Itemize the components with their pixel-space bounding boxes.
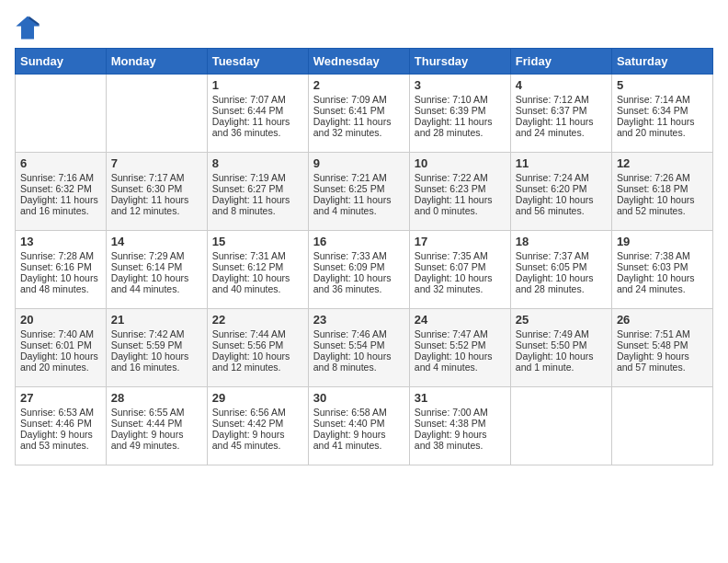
day-number: 7 [111, 156, 202, 170]
cell-text-line: Sunrise: 7:46 AM [313, 328, 404, 339]
day-number: 4 [516, 78, 607, 92]
cell-text-line: Sunset: 6:20 PM [516, 183, 607, 194]
logo-icon [15, 15, 40, 40]
day-number: 22 [212, 313, 303, 327]
cell-text-line: Sunrise: 7:37 AM [516, 250, 607, 261]
cell-text-line: Sunrise: 7:12 AM [516, 94, 607, 105]
cell-text-line: Sunset: 5:54 PM [313, 339, 404, 350]
day-number: 25 [516, 313, 607, 327]
day-number: 14 [111, 235, 202, 248]
cell-text-line: Sunset: 6:30 PM [111, 183, 202, 194]
cell-text-line: Sunrise: 7:19 AM [212, 172, 303, 183]
calendar-cell: 3Sunrise: 7:10 AMSunset: 6:39 PMDaylight… [409, 75, 510, 153]
cell-text-line: Sunrise: 7:33 AM [313, 250, 404, 261]
calendar-cell: 16Sunrise: 7:33 AMSunset: 6:09 PMDayligh… [308, 231, 409, 309]
cell-text-line: Sunset: 6:03 PM [617, 261, 708, 272]
day-number: 26 [617, 313, 708, 327]
calendar-cell: 22Sunrise: 7:44 AMSunset: 5:56 PMDayligh… [207, 309, 308, 387]
day-number: 17 [415, 235, 506, 248]
calendar-cell: 18Sunrise: 7:37 AMSunset: 6:05 PMDayligh… [510, 231, 611, 309]
cell-text-line: Daylight: 9 hours and 57 minutes. [617, 350, 708, 373]
day-number: 16 [313, 235, 404, 248]
calendar-cell [16, 75, 107, 153]
cell-text-line: Sunset: 6:18 PM [617, 183, 708, 194]
cell-text-line: Sunset: 6:41 PM [313, 105, 404, 116]
cell-text-line: Daylight: 11 hours and 4 minutes. [313, 194, 404, 216]
cell-text-line: Sunrise: 7:09 AM [313, 94, 404, 105]
cell-text-line: Daylight: 10 hours and 8 minutes. [313, 350, 404, 373]
calendar-cell: 30Sunrise: 6:58 AMSunset: 4:40 PMDayligh… [308, 387, 409, 465]
day-number: 18 [516, 235, 607, 248]
cell-text-line: Sunset: 6:14 PM [111, 261, 202, 272]
cell-text-line: Sunrise: 7:16 AM [20, 172, 101, 183]
header-sunday: Sunday [16, 49, 107, 75]
calendar-cell: 26Sunrise: 7:51 AMSunset: 5:48 PMDayligh… [611, 309, 712, 387]
day-number: 10 [415, 156, 506, 170]
page-header [15, 15, 713, 40]
calendar-cell: 27Sunrise: 6:53 AMSunset: 4:46 PMDayligh… [16, 387, 107, 465]
calendar-cell: 19Sunrise: 7:38 AMSunset: 6:03 PMDayligh… [611, 231, 712, 309]
cell-text-line: Sunset: 5:59 PM [111, 339, 202, 350]
calendar-cell: 17Sunrise: 7:35 AMSunset: 6:07 PMDayligh… [409, 231, 510, 309]
day-number: 28 [111, 391, 202, 405]
cell-text-line: Sunrise: 7:00 AM [415, 407, 506, 418]
calendar-week-row: 27Sunrise: 6:53 AMSunset: 4:46 PMDayligh… [16, 387, 713, 465]
calendar-cell: 9Sunrise: 7:21 AMSunset: 6:25 PMDaylight… [308, 153, 409, 231]
cell-text-line: Sunrise: 7:07 AM [212, 94, 303, 105]
cell-text-line: Daylight: 9 hours and 45 minutes. [212, 429, 303, 451]
cell-text-line: Daylight: 11 hours and 12 minutes. [111, 194, 202, 216]
cell-text-line: Daylight: 11 hours and 20 minutes. [617, 116, 708, 138]
calendar-cell: 13Sunrise: 7:28 AMSunset: 6:16 PMDayligh… [16, 231, 107, 309]
calendar-cell: 14Sunrise: 7:29 AMSunset: 6:14 PMDayligh… [106, 231, 207, 309]
calendar-cell: 2Sunrise: 7:09 AMSunset: 6:41 PMDaylight… [308, 75, 409, 153]
calendar-cell [611, 387, 712, 465]
cell-text-line: Daylight: 11 hours and 36 minutes. [212, 116, 303, 138]
cell-text-line: Sunrise: 6:56 AM [212, 407, 303, 418]
cell-text-line: Daylight: 9 hours and 41 minutes. [313, 429, 404, 451]
cell-text-line: Sunrise: 7:31 AM [212, 250, 303, 261]
cell-text-line: Sunrise: 6:55 AM [111, 407, 202, 418]
cell-text-line: Daylight: 10 hours and 1 minute. [516, 350, 607, 373]
cell-text-line: Sunrise: 7:44 AM [212, 328, 303, 339]
cell-text-line: Sunset: 6:25 PM [313, 183, 404, 194]
cell-text-line: Daylight: 10 hours and 20 minutes. [20, 350, 101, 373]
cell-text-line: Sunrise: 7:21 AM [313, 172, 404, 183]
cell-text-line: Daylight: 10 hours and 24 minutes. [617, 272, 708, 294]
cell-text-line: Sunrise: 6:58 AM [313, 407, 404, 418]
cell-text-line: Sunset: 4:42 PM [212, 418, 303, 429]
calendar-week-row: 20Sunrise: 7:40 AMSunset: 6:01 PMDayligh… [16, 309, 713, 387]
cell-text-line: Daylight: 10 hours and 40 minutes. [212, 272, 303, 294]
cell-text-line: Sunrise: 7:14 AM [617, 94, 708, 105]
cell-text-line: Sunset: 6:01 PM [20, 339, 101, 350]
cell-text-line: Sunrise: 7:24 AM [516, 172, 607, 183]
cell-text-line: Sunset: 6:23 PM [415, 183, 506, 194]
calendar-cell: 25Sunrise: 7:49 AMSunset: 5:50 PMDayligh… [510, 309, 611, 387]
cell-text-line: Sunset: 6:44 PM [212, 105, 303, 116]
cell-text-line: Daylight: 10 hours and 12 minutes. [212, 350, 303, 373]
cell-text-line: Sunrise: 7:26 AM [617, 172, 708, 183]
cell-text-line: Daylight: 10 hours and 32 minutes. [415, 272, 506, 294]
cell-text-line: Sunrise: 7:38 AM [617, 250, 708, 261]
cell-text-line: Sunset: 4:46 PM [20, 418, 101, 429]
calendar-cell: 23Sunrise: 7:46 AMSunset: 5:54 PMDayligh… [308, 309, 409, 387]
cell-text-line: Sunset: 6:27 PM [212, 183, 303, 194]
cell-text-line: Daylight: 10 hours and 52 minutes. [617, 194, 708, 216]
calendar-cell: 1Sunrise: 7:07 AMSunset: 6:44 PMDaylight… [207, 75, 308, 153]
calendar-week-row: 6Sunrise: 7:16 AMSunset: 6:32 PMDaylight… [16, 153, 713, 231]
day-number: 6 [20, 156, 101, 170]
day-number: 20 [20, 313, 101, 327]
calendar-week-row: 1Sunrise: 7:07 AMSunset: 6:44 PMDaylight… [16, 75, 713, 153]
calendar-cell: 11Sunrise: 7:24 AMSunset: 6:20 PMDayligh… [510, 153, 611, 231]
cell-text-line: Daylight: 9 hours and 38 minutes. [415, 429, 506, 451]
cell-text-line: Daylight: 11 hours and 24 minutes. [516, 116, 607, 138]
day-number: 31 [415, 391, 506, 405]
calendar-cell: 10Sunrise: 7:22 AMSunset: 6:23 PMDayligh… [409, 153, 510, 231]
cell-text-line: Sunset: 4:40 PM [313, 418, 404, 429]
cell-text-line: Daylight: 11 hours and 8 minutes. [212, 194, 303, 216]
day-number: 8 [212, 156, 303, 170]
cell-text-line: Daylight: 11 hours and 32 minutes. [313, 116, 404, 138]
cell-text-line: Sunset: 4:38 PM [415, 418, 506, 429]
cell-text-line: Daylight: 10 hours and 56 minutes. [516, 194, 607, 216]
cell-text-line: Daylight: 10 hours and 28 minutes. [516, 272, 607, 294]
calendar-cell: 12Sunrise: 7:26 AMSunset: 6:18 PMDayligh… [611, 153, 712, 231]
